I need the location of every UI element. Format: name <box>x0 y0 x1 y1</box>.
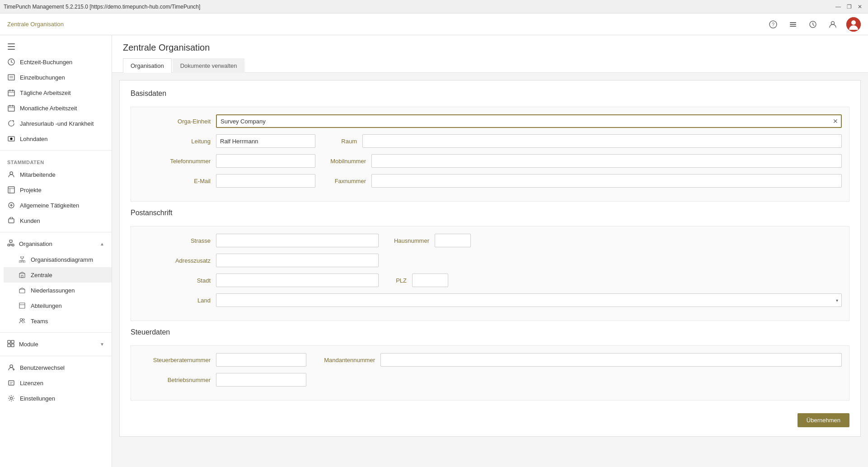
sidebar-label-benutzerwechsel: Benutzerwechsel <box>20 364 65 371</box>
sidebar-label-niederlassungen: Niederlassungen <box>31 287 75 294</box>
svg-rect-10 <box>8 46 15 47</box>
steuerberaternummer-label: Steuerberaternummer <box>138 357 211 363</box>
land-label: Land <box>138 297 211 304</box>
sidebar-label-einstellungen: Einstellungen <box>20 395 55 402</box>
help-icon[interactable]: ? <box>767 18 779 31</box>
niederlassungen-icon <box>18 286 26 294</box>
sidebar-item-niederlassungen[interactable]: Niederlassungen <box>4 283 112 298</box>
teams-icon <box>18 317 26 325</box>
leitung-label: Leitung <box>138 138 211 145</box>
mandantennummer-input[interactable] <box>380 353 842 367</box>
sidebar-item-echtzeit[interactable]: Echtzeit-Buchungen <box>0 54 112 70</box>
svg-rect-3 <box>790 24 796 25</box>
sidebar-item-einstellungen[interactable]: Einstellungen <box>0 391 112 406</box>
betriebsnummer-input[interactable] <box>216 373 306 387</box>
annual-icon <box>7 119 15 127</box>
orga-einheit-field-wrapper: ✕ <box>216 114 842 128</box>
close-button[interactable]: ✕ <box>855 2 864 11</box>
hausnummer-input[interactable] <box>435 234 471 247</box>
sidebar-item-daily[interactable]: Tägliche Arbeitszeit <box>0 85 112 100</box>
divider-2 <box>0 232 112 232</box>
sidebar-item-zentrale[interactable]: Zentrale <box>4 267 112 283</box>
raum-input[interactable] <box>362 134 842 148</box>
svg-rect-51 <box>8 340 10 343</box>
sidebar-item-mitarbeitende[interactable]: Mitarbeitende <box>0 167 112 182</box>
sidebar-item-lizenzen[interactable]: Lizenzen <box>0 375 112 391</box>
plz-input[interactable] <box>412 274 448 287</box>
svg-rect-16 <box>8 90 14 96</box>
organisation-group-label: Organisation <box>19 241 52 247</box>
page-title: Zentrale Organisation <box>123 42 857 53</box>
land-select[interactable] <box>216 293 842 307</box>
svg-rect-54 <box>11 344 14 347</box>
svg-rect-53 <box>8 344 10 347</box>
sidebar-item-annual[interactable]: Jahresurlaub -und Krankheit <box>0 116 112 131</box>
sidebar-item-allgemeine[interactable]: Allgemeine Tätigkeiten <box>0 198 112 213</box>
svg-rect-39 <box>21 256 23 258</box>
restore-button[interactable]: ❐ <box>845 2 854 11</box>
steuerberaternummer-input[interactable] <box>216 353 306 367</box>
stadt-input[interactable] <box>216 274 379 287</box>
betriebsnummer-label: Betriebsnummer <box>138 377 211 383</box>
minimize-button[interactable]: — <box>834 2 843 11</box>
sidebar-label-kunden: Kunden <box>20 217 40 224</box>
sidebar-item-abteilungen[interactable]: Abteilungen <box>4 298 112 313</box>
allgemeine-icon <box>7 201 15 209</box>
svg-point-59 <box>10 397 13 400</box>
telefonnummer-label: Telefonnummer <box>138 158 211 165</box>
organisation-toggle[interactable]: Organisation ▲ <box>0 236 112 252</box>
basisdaten-title: Basisdaten <box>131 90 849 98</box>
sidebar-item-kunden[interactable]: Kunden <box>0 213 112 228</box>
email-input[interactable] <box>216 174 315 188</box>
chevron-down-icon: ▼ <box>100 342 104 347</box>
sidebar-menu-toggle[interactable] <box>0 39 112 54</box>
avatar[interactable] <box>846 17 861 32</box>
tab-organisation[interactable]: Organisation <box>123 58 172 73</box>
mobilnummer-label: Mobilnummer <box>321 158 366 165</box>
adresszusatz-input[interactable] <box>216 254 379 267</box>
divider-4 <box>0 356 112 356</box>
email-fax-row: E-Mail Faxnummer <box>138 174 842 188</box>
ubernehmen-button[interactable]: Übernehmen <box>798 413 849 427</box>
tab-content-wrapper: Basisdaten Orga-Einheit ✕ Leit <box>119 80 861 437</box>
module-icon <box>7 340 14 349</box>
mobilnummer-input[interactable] <box>371 154 842 168</box>
benutzerwechsel-icon <box>7 363 15 372</box>
plz-label: PLZ <box>384 277 407 284</box>
stadt-plz-row: Stadt PLZ <box>138 274 842 287</box>
land-row: Land ▾ <box>138 293 842 307</box>
user-icon[interactable] <box>826 18 839 31</box>
zentrale-icon <box>18 271 26 279</box>
orga-einheit-clear-button[interactable]: ✕ <box>832 117 839 125</box>
sidebar-item-benutzerwechsel[interactable]: Benutzerwechsel <box>0 360 112 375</box>
organisation-submenu: Organisationsdiagramm Zentrale Niederlas… <box>0 252 112 329</box>
orga-einheit-input[interactable] <box>216 114 842 128</box>
list-icon[interactable] <box>787 18 799 31</box>
sidebar-label-payroll: Lohndaten <box>20 136 47 142</box>
svg-point-49 <box>20 319 23 321</box>
stadt-label: Stadt <box>138 277 211 284</box>
faxnummer-input[interactable] <box>371 174 842 188</box>
divider-1 <box>0 150 112 151</box>
history-icon[interactable] <box>807 18 819 31</box>
telefonnummer-input[interactable] <box>216 154 315 168</box>
daily-icon <box>7 89 15 97</box>
leitung-input[interactable] <box>216 134 315 148</box>
sidebar-item-projekte[interactable]: Projekte <box>0 182 112 198</box>
sidebar-item-monthly[interactable]: Monatliche Arbeitszeit <box>0 100 112 116</box>
tab-dokumente[interactable]: Dokumente verwalten <box>173 58 245 73</box>
sidebar-label-einzelbuchungen: Einzelbuchungen <box>20 74 65 81</box>
sidebar-item-organigramm[interactable]: Organisationsdiagramm <box>4 252 112 267</box>
sidebar-item-einzelbuchungen[interactable]: Einzelbuchungen <box>0 70 112 85</box>
sidebar-item-payroll[interactable]: Lohndaten <box>0 131 112 146</box>
sidebar-item-teams[interactable]: Teams <box>4 313 112 329</box>
svg-point-55 <box>10 365 13 368</box>
strasse-input[interactable] <box>216 234 379 247</box>
svg-text:?: ? <box>772 22 774 27</box>
breadcrumb-link[interactable]: Zentrale Organisation <box>7 21 64 28</box>
svg-rect-13 <box>8 75 14 80</box>
titlebar-title: TimePunch Management 5.2.215.0 [https://… <box>4 4 200 10</box>
module-toggle[interactable]: Module ▼ <box>0 336 112 352</box>
svg-rect-34 <box>9 240 12 242</box>
sidebar-label-annual: Jahresurlaub -und Krankheit <box>20 120 94 127</box>
